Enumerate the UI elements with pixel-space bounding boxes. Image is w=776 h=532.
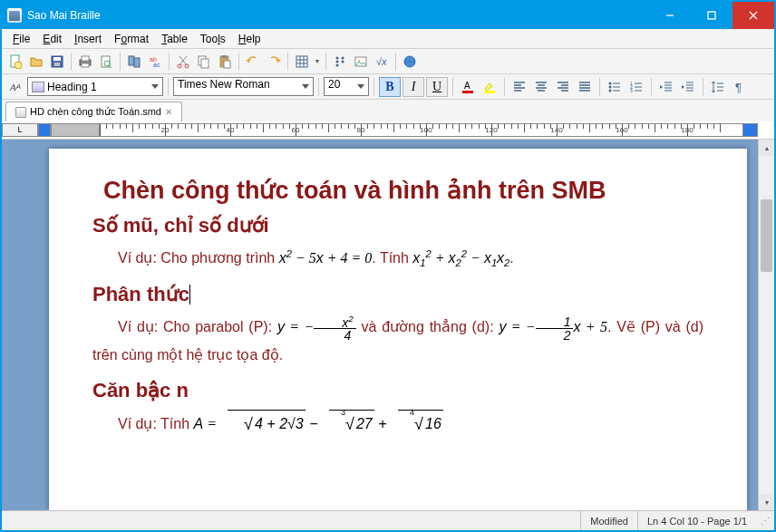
paragraph-1: Ví dụ: Cho phương trình x2 − 5x + 4 = 0.… bbox=[92, 245, 703, 274]
cut-icon[interactable] bbox=[173, 52, 193, 72]
styles-icon[interactable]: AA bbox=[5, 77, 25, 97]
object-icon[interactable] bbox=[351, 52, 371, 72]
document-tabstrip: HD chèn công thức Toán.smd ✕ bbox=[2, 100, 774, 121]
heading-3: Căn bậc n bbox=[92, 379, 703, 402]
bullets-icon[interactable] bbox=[605, 77, 625, 97]
svg-rect-0 bbox=[708, 12, 715, 19]
svg-rect-11 bbox=[129, 56, 134, 65]
svg-text:3: 3 bbox=[630, 88, 633, 93]
numbering-icon[interactable]: 123 bbox=[626, 77, 646, 97]
italic-button[interactable]: I bbox=[403, 77, 424, 97]
statusbar: Modified Ln 4 Col 10 - Page 1/1 ⋰ bbox=[2, 510, 774, 530]
paragraph-2: Ví dụ: Cho parabol (P): y = −x24 và đườn… bbox=[92, 314, 703, 370]
font-color-icon[interactable]: A bbox=[458, 77, 478, 97]
menu-file[interactable]: File bbox=[6, 31, 36, 47]
menubar: File Edit Insert Format Table Tools Help bbox=[2, 29, 774, 49]
braille-icon[interactable] bbox=[330, 52, 350, 72]
equation-icon[interactable]: √x bbox=[372, 52, 392, 72]
svg-rect-7 bbox=[82, 56, 89, 61]
underline-button[interactable]: U bbox=[426, 77, 448, 97]
svg-point-2 bbox=[15, 62, 22, 69]
font-combo[interactable]: Times New Roman bbox=[173, 77, 314, 96]
svg-rect-21 bbox=[224, 61, 230, 68]
menu-insert[interactable]: Insert bbox=[68, 31, 108, 47]
svg-rect-33 bbox=[462, 91, 473, 93]
svg-rect-34 bbox=[484, 91, 495, 93]
scroll-thumb[interactable] bbox=[761, 199, 772, 272]
status-modified: Modified bbox=[580, 511, 637, 530]
svg-point-27 bbox=[342, 60, 344, 63]
align-center-icon[interactable] bbox=[531, 77, 551, 97]
style-combo[interactable]: Heading 1 bbox=[27, 77, 163, 96]
svg-text:¶: ¶ bbox=[735, 81, 742, 94]
size-combo[interactable]: 20 bbox=[324, 77, 369, 96]
svg-point-35 bbox=[609, 82, 612, 84]
close-tab-icon[interactable]: ✕ bbox=[165, 107, 172, 117]
new-icon[interactable] bbox=[5, 52, 25, 72]
align-left-icon[interactable] bbox=[509, 77, 529, 97]
vertical-scrollbar[interactable]: ▴ ▾ bbox=[758, 140, 774, 510]
scroll-down-icon[interactable]: ▾ bbox=[759, 494, 774, 510]
print-icon[interactable] bbox=[75, 52, 95, 72]
save-icon[interactable] bbox=[47, 52, 67, 72]
menu-tools[interactable]: Tools bbox=[194, 31, 232, 47]
preview-icon[interactable] bbox=[96, 52, 116, 72]
web-icon[interactable] bbox=[400, 52, 420, 72]
page: Chèn công thức toán và hình ảnh trên SMB… bbox=[49, 149, 747, 510]
table-insert-icon[interactable] bbox=[292, 52, 312, 72]
page-area[interactable]: Chèn công thức toán và hình ảnh trên SMB… bbox=[2, 140, 774, 510]
menu-edit[interactable]: Edit bbox=[36, 31, 68, 47]
svg-rect-18 bbox=[201, 59, 209, 68]
open-icon[interactable] bbox=[26, 52, 46, 72]
svg-rect-12 bbox=[134, 58, 140, 67]
app-icon bbox=[7, 8, 22, 23]
svg-point-26 bbox=[342, 56, 344, 59]
minimize-button[interactable] bbox=[649, 2, 691, 29]
redo-icon[interactable] bbox=[264, 52, 284, 72]
tab-label: HD chèn công thức Toán.smd bbox=[30, 106, 161, 118]
menu-format[interactable]: Format bbox=[108, 31, 155, 47]
menu-table[interactable]: Table bbox=[155, 31, 194, 47]
svg-rect-22 bbox=[296, 56, 307, 67]
table-drop[interactable]: ▾ bbox=[313, 57, 322, 65]
svg-text:√x: √x bbox=[376, 56, 387, 67]
bold-button[interactable]: B bbox=[379, 77, 401, 97]
text-cursor bbox=[189, 285, 190, 305]
paragraph-icon[interactable]: ¶ bbox=[730, 77, 750, 97]
scroll-up-icon[interactable]: ▴ bbox=[759, 140, 774, 156]
svg-text:A: A bbox=[464, 81, 470, 91]
align-justify-icon[interactable] bbox=[575, 77, 595, 97]
find-icon[interactable] bbox=[124, 52, 144, 72]
svg-point-23 bbox=[336, 56, 339, 59]
maximize-button[interactable] bbox=[691, 2, 732, 29]
window-title: Sao Mai Braille bbox=[27, 9, 649, 22]
svg-point-37 bbox=[609, 89, 612, 92]
indent-icon[interactable] bbox=[678, 77, 698, 97]
close-button[interactable] bbox=[732, 2, 774, 29]
align-right-icon[interactable] bbox=[553, 77, 573, 97]
line-spacing-icon[interactable] bbox=[708, 77, 728, 97]
undo-icon[interactable] bbox=[243, 52, 263, 72]
svg-rect-20 bbox=[222, 55, 227, 58]
svg-point-36 bbox=[609, 85, 612, 88]
replace-icon[interactable]: abac bbox=[145, 52, 165, 72]
svg-point-25 bbox=[336, 63, 339, 66]
paragraph-3: Ví dụ: Tính A = 4 + 2√3 − 327 + 416 bbox=[92, 410, 703, 438]
resize-grip-icon[interactable]: ⋰ bbox=[756, 516, 774, 526]
page-title: Chèn công thức toán và hình ảnh trên SMB bbox=[92, 176, 703, 205]
titlebar: Sao Mai Braille bbox=[2, 2, 774, 29]
svg-point-24 bbox=[336, 60, 339, 63]
status-position: Ln 4 Col 10 - Page 1/1 bbox=[637, 511, 756, 530]
svg-rect-4 bbox=[53, 57, 61, 61]
svg-rect-5 bbox=[54, 63, 60, 66]
document-tab[interactable]: HD chèn công thức Toán.smd ✕ bbox=[5, 102, 182, 121]
ruler[interactable]: L 20406080100120140160180 bbox=[2, 121, 774, 140]
paste-icon[interactable] bbox=[215, 52, 235, 72]
copy-icon[interactable] bbox=[194, 52, 214, 72]
document-icon bbox=[15, 107, 26, 118]
highlight-icon[interactable] bbox=[480, 77, 500, 97]
outdent-icon[interactable] bbox=[656, 77, 676, 97]
heading-1: Số mũ, chỉ số dưới bbox=[92, 214, 703, 237]
main-toolbar: abac ▾ √x bbox=[2, 49, 774, 74]
menu-help[interactable]: Help bbox=[232, 31, 267, 47]
